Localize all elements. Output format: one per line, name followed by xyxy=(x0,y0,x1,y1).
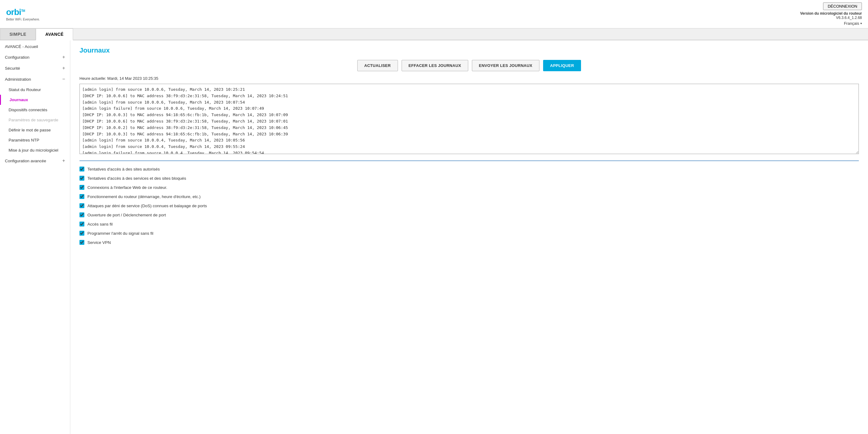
sidebar-label-mise-a-jour: Mise à jour du micrologiciel xyxy=(8,148,58,153)
checkbox-cb3[interactable] xyxy=(80,185,84,190)
deconnexion-button[interactable]: DÉCONNEXION xyxy=(823,2,862,10)
sidebar-label-administration: Administration xyxy=(5,77,31,82)
checkbox-item-cb7: Accès sans fil xyxy=(80,222,859,226)
actualiser-button[interactable]: ACTUALISER xyxy=(357,60,398,71)
sidebar-label-parametres-ntp: Paramètres NTP xyxy=(8,138,39,143)
sidebar-item-parametres-sauvegarde[interactable]: Paramètres de sauvegarde xyxy=(0,115,70,125)
plus-icon-configuration: + xyxy=(62,54,65,60)
sidebar-label-journaux: Journaux xyxy=(9,97,28,102)
current-time: Heure actuelle: Mardi, 14 Mar 2023 10:25… xyxy=(80,76,859,81)
sidebar-label-parametres-sauvegarde: Paramètres de sauvegarde xyxy=(8,118,58,122)
sidebar-item-securite[interactable]: Sécurité + xyxy=(0,63,70,74)
logo-area: orbiTM Better WiFi. Everywhere. xyxy=(6,7,40,21)
checkbox-item-cb1: Tentatives d'accès à des sites autorisés xyxy=(80,166,859,172)
page-title: Journaux xyxy=(80,46,859,54)
tab-bar: SIMPLE AVANCÉ xyxy=(0,28,868,40)
checkbox-cb9[interactable] xyxy=(80,240,84,245)
checkbox-cb1[interactable] xyxy=(80,166,84,172)
plus-icon-configuration-avancee: + xyxy=(62,158,65,163)
sidebar-item-definir-mot-passe[interactable]: Définir le mot de passe xyxy=(0,125,70,135)
checkbox-label-cb1: Tentatives d'accès à des sites autorisés xyxy=(87,167,160,172)
sidebar-label-dispositifs-connectes: Dispositifs connectés xyxy=(8,107,48,112)
checkbox-item-cb6: Ouverture de port / Déclenchement de por… xyxy=(80,212,859,217)
action-buttons: ACTUALISER EFFACER LES JOURNAUX ENVOYER … xyxy=(80,60,859,71)
checkbox-label-cb9: Service VPN xyxy=(87,240,111,245)
checkbox-cb6[interactable] xyxy=(80,212,84,217)
sidebar-item-statut-routeur[interactable]: Statut du Routeur xyxy=(0,85,70,95)
divider xyxy=(80,160,859,161)
checkbox-label-cb2: Tentatives d'accès à des services et des… xyxy=(87,176,186,181)
content-area: Journaux ACTUALISER EFFACER LES JOURNAUX… xyxy=(70,40,868,434)
checkbox-item-cb3: Connexions à l'interface Web de ce route… xyxy=(80,185,859,190)
sidebar-item-administration[interactable]: Administration − xyxy=(0,74,70,85)
appliquer-button[interactable]: APPLIQUER xyxy=(543,60,581,71)
chevron-down-icon: ▾ xyxy=(860,22,862,25)
checkbox-cb4[interactable] xyxy=(80,194,84,199)
sidebar-item-mise-a-jour[interactable]: Mise à jour du micrologiciel xyxy=(0,145,70,155)
sidebar-item-configuration[interactable]: Configuration + xyxy=(0,52,70,63)
tab-simple[interactable]: SIMPLE xyxy=(0,28,36,40)
sidebar-item-configuration-avancee[interactable]: Configuration avancée + xyxy=(0,155,70,166)
sidebar-label-configuration: Configuration xyxy=(5,55,29,60)
checkbox-cb7[interactable] xyxy=(80,222,84,226)
sidebar: AVANCÉ - Accueil Configuration + Sécurit… xyxy=(0,40,70,434)
log-textarea[interactable] xyxy=(80,84,859,154)
language-label: Français xyxy=(844,21,859,26)
checkbox-cb5[interactable] xyxy=(80,203,84,208)
plus-icon-securite: + xyxy=(62,65,65,71)
sidebar-item-parametres-ntp[interactable]: Paramètres NTP xyxy=(0,135,70,145)
sidebar-item-avance-accueil[interactable]: AVANCÉ - Accueil xyxy=(0,41,70,52)
firmware-info: Version du micrologiciel du routeur V6.3… xyxy=(800,11,862,20)
language-selector[interactable]: Français ▾ xyxy=(844,21,862,26)
checkbox-cb2[interactable] xyxy=(80,176,84,181)
logo: orbiTM xyxy=(6,7,40,17)
checkbox-item-cb4: Fonctionnement du routeur (démarrage, he… xyxy=(80,194,859,199)
main-layout: AVANCÉ - Accueil Configuration + Sécurit… xyxy=(0,40,868,434)
firmware-label: Version du micrologiciel du routeur xyxy=(800,11,862,16)
checkbox-cb8[interactable] xyxy=(80,231,84,236)
checkbox-label-cb6: Ouverture de port / Déclenchement de por… xyxy=(87,213,166,217)
logo-tagline: Better WiFi. Everywhere. xyxy=(6,18,40,21)
checkbox-list: Tentatives d'accès à des sites autorisés… xyxy=(80,166,859,245)
checkbox-item-cb2: Tentatives d'accès à des services et des… xyxy=(80,176,859,181)
envoyer-button[interactable]: ENVOYER LES JOURNAUX xyxy=(472,60,539,71)
checkbox-item-cb8: Programmer l'arrêt du signal sans fil xyxy=(80,231,859,236)
sidebar-label-avance-accueil: AVANCÉ - Accueil xyxy=(5,44,38,49)
checkbox-label-cb5: Attaques par déni de service (DoS) connu… xyxy=(87,204,207,208)
sidebar-label-configuration-avancee: Configuration avancée xyxy=(5,159,46,163)
checkbox-label-cb7: Accès sans fil xyxy=(87,222,113,226)
checkbox-item-cb9: Service VPN xyxy=(80,240,859,245)
sidebar-label-statut-routeur: Statut du Routeur xyxy=(8,87,41,92)
sidebar-item-dispositifs-connectes[interactable]: Dispositifs connectés xyxy=(0,105,70,115)
minus-icon-administration: − xyxy=(62,76,65,82)
sidebar-label-definir-mot-passe: Définir le mot de passe xyxy=(8,128,51,132)
checkbox-label-cb8: Programmer l'arrêt du signal sans fil xyxy=(87,231,153,236)
sidebar-label-securite: Sécurité xyxy=(5,66,20,71)
header: orbiTM Better WiFi. Everywhere. DÉCONNEX… xyxy=(0,0,868,28)
checkbox-label-cb3: Connexions à l'interface Web de ce route… xyxy=(87,185,167,190)
sidebar-item-journaux[interactable]: Journaux xyxy=(0,95,70,105)
checkbox-item-cb5: Attaques par déni de service (DoS) connu… xyxy=(80,203,859,208)
tab-avance[interactable]: AVANCÉ xyxy=(36,28,73,40)
firmware-version: V6.3.6.4_1.2.68 xyxy=(836,16,862,20)
header-right: DÉCONNEXION Version du micrologiciel du … xyxy=(800,2,862,26)
checkbox-label-cb4: Fonctionnement du routeur (démarrage, he… xyxy=(87,194,200,199)
effacer-button[interactable]: EFFACER LES JOURNAUX xyxy=(402,60,468,71)
logo-tm: TM xyxy=(21,9,25,12)
